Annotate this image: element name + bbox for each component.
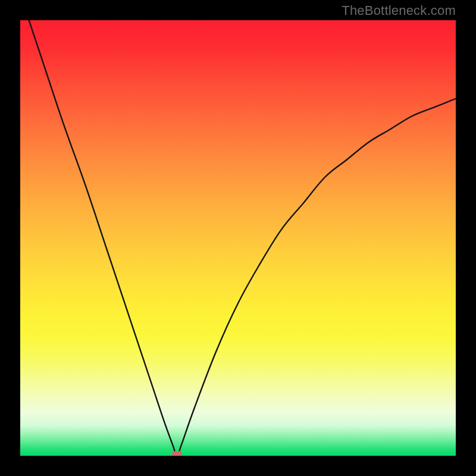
chart-frame: TheBottleneck.com xyxy=(0,0,476,476)
bottleneck-curve xyxy=(20,20,456,456)
watermark-text: TheBottleneck.com xyxy=(342,3,456,18)
plot-area xyxy=(20,20,456,456)
minimum-marker xyxy=(172,451,182,456)
